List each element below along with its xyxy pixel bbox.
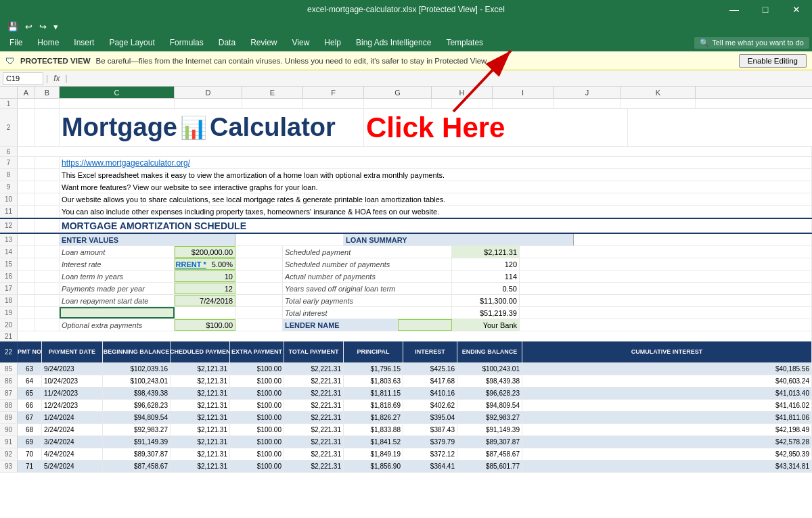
- principal-cell[interactable]: $1,833.88: [344, 424, 403, 435]
- principal-cell[interactable]: $1,856.90: [344, 461, 403, 472]
- cum-int-cell[interactable]: $41,013.40: [522, 387, 812, 399]
- save-icon[interactable]: 💾: [5, 20, 20, 33]
- cell-a17[interactable]: [18, 283, 35, 294]
- extra-pay-cell[interactable]: $100.00: [230, 424, 284, 435]
- cum-int-cell[interactable]: $42,950.39: [522, 448, 812, 460]
- cell-b19[interactable]: [35, 307, 60, 319]
- total-pay-cell[interactable]: $2,221.31: [284, 412, 344, 423]
- undo-icon[interactable]: ↩: [23, 20, 35, 33]
- cell-b16[interactable]: [35, 270, 60, 282]
- cell-a12[interactable]: [18, 219, 35, 232]
- cum-int-cell[interactable]: $43,314.81: [522, 461, 812, 472]
- end-bal-cell[interactable]: $94,809.54: [457, 400, 522, 411]
- cell-b8[interactable]: [35, 169, 60, 181]
- col-header-d[interactable]: D: [175, 87, 242, 98]
- interest-cell[interactable]: $402.62: [403, 400, 457, 411]
- end-bal-cell[interactable]: $85,601.77: [457, 461, 522, 472]
- sched-pay-cell[interactable]: $2,121.31: [171, 363, 230, 375]
- cell-j1[interactable]: [554, 99, 621, 108]
- enable-editing-button[interactable]: Enable Editing: [739, 54, 807, 68]
- begin-bal-cell[interactable]: $96,628.23: [103, 400, 171, 411]
- cell-i1[interactable]: [493, 99, 554, 108]
- end-bal-cell[interactable]: $100,243.01: [457, 363, 522, 375]
- cum-int-cell[interactable]: $42,198.49: [522, 424, 812, 435]
- col-header-e[interactable]: E: [242, 87, 303, 98]
- total-pay-cell[interactable]: $2,221.31: [284, 363, 344, 375]
- col-header-g[interactable]: G: [364, 87, 432, 98]
- cell-a15[interactable]: [18, 258, 35, 270]
- col-header-k[interactable]: K: [621, 87, 696, 98]
- pmt-no-cell[interactable]: 71: [18, 461, 42, 472]
- close-button[interactable]: ✕: [781, 0, 812, 19]
- cell-f1[interactable]: [303, 99, 364, 108]
- cell-e14[interactable]: [235, 246, 283, 258]
- sched-pay-cell[interactable]: $2,121.31: [171, 424, 230, 435]
- payment-date-cell[interactable]: 1/24/2024: [42, 412, 103, 423]
- end-bal-cell[interactable]: $96,628.23: [457, 387, 522, 399]
- payment-date-cell[interactable]: 3/24/2024: [42, 436, 103, 448]
- col-header-b[interactable]: B: [35, 87, 60, 98]
- extra-pay-cell[interactable]: $100.00: [230, 436, 284, 448]
- cum-int-cell[interactable]: $41,811.06: [522, 412, 812, 423]
- pmt-no-cell[interactable]: 66: [18, 400, 42, 411]
- cell-b11[interactable]: [35, 206, 60, 217]
- loan-amount-value[interactable]: $200,000.00: [175, 246, 235, 258]
- extra-pay-cell[interactable]: $100.00: [230, 400, 284, 411]
- end-bal-cell[interactable]: $92,983.27: [457, 412, 522, 423]
- begin-bal-cell[interactable]: $91,149.39: [103, 436, 171, 448]
- sched-pay-cell[interactable]: $2,121.31: [171, 387, 230, 399]
- total-pay-cell[interactable]: $2,221.31: [284, 387, 344, 399]
- cell-e16[interactable]: [235, 270, 283, 282]
- end-bal-cell[interactable]: $91,149.39: [457, 424, 522, 435]
- cell-d19[interactable]: [175, 307, 235, 319]
- website-link[interactable]: https://www.mortgagecalculator.org/: [62, 158, 190, 168]
- extra-pay-cell[interactable]: $100.00: [230, 448, 284, 460]
- cell-a11[interactable]: [18, 206, 35, 217]
- start-date-value[interactable]: 7/24/2018: [175, 295, 235, 306]
- minimize-button[interactable]: —: [719, 0, 750, 19]
- sched-pay-cell[interactable]: $2,121.31: [171, 461, 230, 472]
- menu-templates[interactable]: Templates: [439, 36, 490, 49]
- cell-k19[interactable]: [520, 307, 812, 319]
- extra-pay-cell[interactable]: $100.00: [230, 412, 284, 423]
- interest-cell[interactable]: $387.43: [403, 424, 457, 435]
- cell-c19-selected[interactable]: [60, 307, 175, 319]
- maximize-button[interactable]: □: [750, 0, 781, 19]
- cell-e20[interactable]: [235, 319, 283, 331]
- cell-b1[interactable]: [35, 99, 60, 108]
- cell-k18[interactable]: [520, 295, 812, 306]
- cell-6[interactable]: [18, 147, 812, 156]
- cell-b13[interactable]: [35, 234, 60, 245]
- pmt-no-cell[interactable]: 64: [18, 375, 42, 387]
- sched-pay-cell[interactable]: $2,121.31: [171, 412, 230, 423]
- sched-pay-cell[interactable]: $2,121.31: [171, 448, 230, 460]
- cell-b2[interactable]: [35, 109, 60, 146]
- begin-bal-cell[interactable]: $87,458.67: [103, 461, 171, 472]
- total-pay-cell[interactable]: $2,221.31: [284, 448, 344, 460]
- principal-cell[interactable]: $1,826.27: [344, 412, 403, 423]
- col-header-c[interactable]: C: [60, 87, 175, 98]
- cum-int-cell[interactable]: $40,185.56: [522, 363, 812, 375]
- interest-cell[interactable]: $364.41: [403, 461, 457, 472]
- end-bal-cell[interactable]: $98,439.38: [457, 375, 522, 387]
- menu-data[interactable]: Data: [212, 36, 242, 49]
- cell-a13[interactable]: [18, 234, 35, 245]
- interest-cell[interactable]: $410.16: [403, 387, 457, 399]
- cell-e19[interactable]: [235, 307, 283, 319]
- principal-cell[interactable]: $1,849.19: [344, 448, 403, 460]
- begin-bal-cell[interactable]: $94,809.54: [103, 412, 171, 423]
- cell-e1[interactable]: [242, 99, 303, 108]
- cell-b10[interactable]: [35, 193, 60, 205]
- extra-payments-value[interactable]: $100.00: [175, 319, 235, 331]
- interest-cell[interactable]: $425.16: [403, 363, 457, 375]
- cell-e17[interactable]: [235, 283, 283, 294]
- cell-b20[interactable]: [35, 319, 60, 331]
- begin-bal-cell[interactable]: $102,039.16: [103, 363, 171, 375]
- payment-date-cell[interactable]: 11/24/2023: [42, 387, 103, 399]
- cell-b18[interactable]: [35, 295, 60, 306]
- total-pay-cell[interactable]: $2,221.31: [284, 424, 344, 435]
- cell-21[interactable]: [18, 331, 812, 341]
- pmt-no-cell[interactable]: 67: [18, 412, 42, 423]
- cell-b9[interactable]: [35, 181, 60, 193]
- cell-a8[interactable]: [18, 169, 35, 181]
